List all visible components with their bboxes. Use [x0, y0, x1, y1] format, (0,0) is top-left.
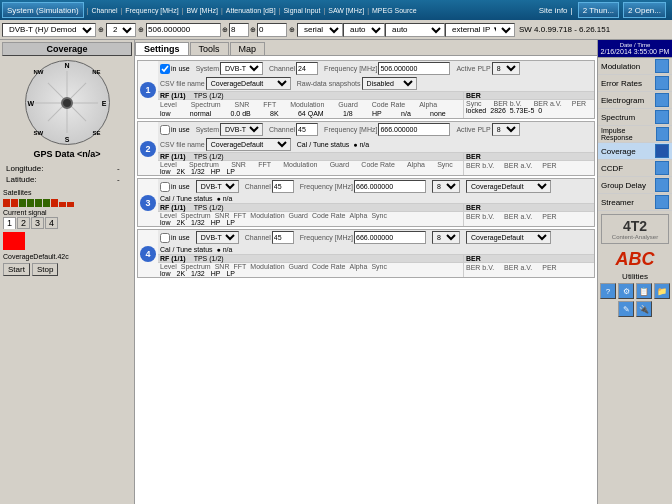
ch1-guard: 1/8	[343, 110, 368, 117]
bw-input[interactable]	[229, 23, 249, 37]
ch1-freq-input[interactable]	[378, 62, 450, 75]
util-icon-4[interactable]: 📁	[654, 283, 670, 299]
mpeg-combo[interactable]: auto	[385, 23, 445, 37]
stop-button[interactable]: Stop	[32, 263, 58, 276]
signal-tab-2[interactable]: 2	[17, 217, 30, 229]
compass-sw: SW	[34, 130, 44, 136]
ch4-inuse-check[interactable]	[160, 233, 170, 243]
signal-meter	[3, 232, 25, 250]
sat-bar-6	[43, 199, 50, 207]
system-combo[interactable]: DVB-T (H)/ Demod	[2, 23, 96, 37]
ch1-plp-select[interactable]: 8	[492, 62, 520, 75]
datetime-value: 2/16/2014 3:55:00 PM	[600, 48, 670, 55]
taskbar: System (Simulation) | Channel | Frequenc…	[0, 0, 672, 20]
taskbar-thun[interactable]: 2 Thun...	[578, 2, 619, 18]
taskbar-right: Site info | 2 Thun... 2 Open...	[539, 1, 672, 19]
signal-tab-4[interactable]: 4	[45, 217, 58, 229]
ch4-csv-select[interactable]: CoverageDefault	[466, 231, 551, 244]
channel-1-row-b-container: RF (1/1) TPS (1/2) Level Spectrum SNR FF…	[158, 92, 594, 118]
ch1-plp-field: Active PLP 8	[456, 62, 519, 75]
ch1-snr: 0.0 dB	[231, 110, 267, 117]
taskbar-channel-label: Channel	[91, 7, 117, 14]
ch1-inuse-check[interactable]	[160, 64, 170, 74]
impulse-response-btn[interactable]: Impulse Response	[598, 126, 672, 143]
ch1-ber-col-headers: Sync BER b.V. BER a.V. PER	[464, 100, 594, 107]
ch1-csv-select[interactable]: CoverageDefault	[206, 77, 291, 90]
compass-south: S	[65, 136, 70, 143]
ch1-mod: 64 QAM	[298, 110, 339, 117]
ch1-system-select[interactable]: DVB-T	[220, 62, 263, 75]
ch2-system-select[interactable]: DVB-T	[220, 123, 263, 136]
ch3-inuse-check[interactable]	[160, 182, 170, 192]
abc-logo-area: ABC	[598, 247, 672, 272]
ch1-raw-field: Raw-data snapshots Disabled	[297, 77, 417, 90]
ch1-ber-bv: 2826	[490, 107, 506, 114]
ch3-channel-input[interactable]	[272, 180, 294, 193]
att-input[interactable]	[257, 23, 287, 37]
longitude-label: Longitude:	[5, 164, 114, 173]
tab-tools[interactable]: Tools	[190, 42, 229, 55]
util-icon-5[interactable]: ✎	[618, 301, 634, 317]
tab-map[interactable]: Map	[230, 42, 266, 55]
ch4-freq-input[interactable]	[354, 231, 426, 244]
util-icon-2[interactable]: ⚙	[618, 283, 634, 299]
ch3-freq-input[interactable]	[354, 180, 426, 193]
ch4-plp-select[interactable]: 8	[432, 231, 460, 244]
channel-4-number: 4	[140, 246, 156, 262]
ch2-inuse-check[interactable]	[160, 125, 170, 135]
ch1-lp: none	[430, 110, 461, 117]
ch2-plp-select[interactable]: 8	[492, 123, 520, 136]
util-icon-6[interactable]: 🔌	[636, 301, 652, 317]
signal-tab-3[interactable]: 3	[31, 217, 44, 229]
util-icon-1[interactable]: ?	[600, 283, 616, 299]
ch1-rf-section: RF (1/1) TPS (1/2) Level Spectrum SNR FF…	[158, 92, 464, 118]
channel-1-content: in use System DVB-T Channel	[158, 61, 594, 118]
ch2-rf-section: RF (1/1) TPS (1/2) Level Spectrum SNR FF…	[158, 153, 464, 175]
start-button[interactable]: Start	[3, 263, 30, 276]
ch4-channel-input[interactable]	[272, 231, 294, 244]
ch3-system-select[interactable]: DVB-T	[196, 180, 239, 193]
saw-combo[interactable]: auto	[343, 23, 385, 37]
ch2-channel-input[interactable]	[296, 123, 318, 136]
sat-bar-3	[19, 199, 26, 207]
channel-combo[interactable]: 25	[106, 23, 136, 37]
ch1-raw-select[interactable]: Disabled	[362, 77, 417, 90]
ccdf-btn[interactable]: CCDF	[598, 160, 672, 177]
coverage-btn[interactable]: Coverage	[598, 143, 672, 160]
ch2-csv-field: CSV file name CoverageDefault	[160, 138, 291, 151]
signal-input-combo[interactable]: serial	[297, 23, 343, 37]
ch2-freq-input[interactable]	[378, 123, 450, 136]
ch3-plp-select[interactable]: 8	[432, 180, 460, 193]
electrogram-btn[interactable]: Electrogram	[598, 92, 672, 109]
ch1-channel-input[interactable]	[296, 62, 318, 75]
frequency-input[interactable]	[146, 23, 221, 37]
sat-bar-1	[3, 199, 10, 207]
impulse-icon	[656, 127, 669, 141]
sat-bar-4	[27, 199, 34, 207]
util-icon-3[interactable]: 📋	[636, 283, 652, 299]
ch2-csv-select[interactable]: CoverageDefault	[206, 138, 291, 151]
group-delay-btn[interactable]: Group Delay	[598, 177, 672, 194]
group-delay-icon	[655, 178, 669, 192]
ch4-system-select[interactable]: DVB-T	[196, 231, 239, 244]
tab-settings[interactable]: Settings	[135, 42, 189, 55]
error-rates-btn[interactable]: Error Rates	[598, 75, 672, 92]
modulation-btn[interactable]: Modulation	[598, 58, 672, 75]
ch1-fft: 8K	[270, 110, 294, 117]
gps-info: Longitude: - Latitude: -	[0, 161, 134, 187]
compass-nw: NW	[34, 69, 44, 75]
signal-tabs: 1 2 3 4	[0, 216, 134, 230]
taskbar-mpeg-label: MPEG Source	[372, 7, 417, 14]
taskbar-system[interactable]: System (Simulation)	[2, 2, 84, 18]
ch3-csv-select[interactable]: CoverageDefault	[466, 180, 551, 193]
utilities-label: Utilities	[598, 272, 672, 281]
spectrum-btn[interactable]: Spectrum	[598, 109, 672, 126]
signal-tab-1[interactable]: 1	[3, 217, 16, 229]
ch2-channel-field: Channel	[269, 123, 318, 136]
streamer-btn[interactable]: Streamer	[598, 194, 672, 211]
latitude-value: -	[116, 175, 129, 184]
ch1-ber-values: locked 2826 5.73E-5 0	[464, 107, 594, 114]
taskbar-open[interactable]: 2 Open...	[623, 2, 666, 18]
site-combo[interactable]: external IP ▼	[445, 23, 515, 37]
compass-west: W	[28, 99, 35, 106]
